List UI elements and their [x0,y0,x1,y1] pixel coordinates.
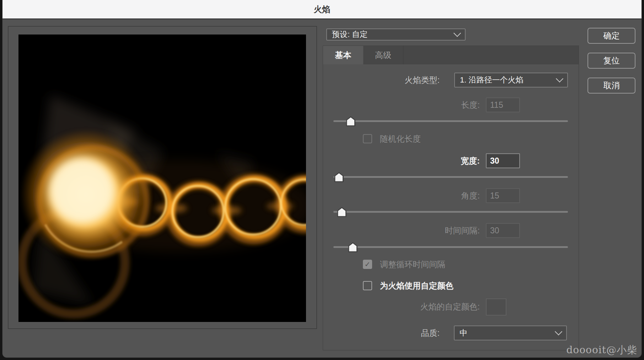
check-icon: ✓ [365,260,371,269]
reset-button[interactable]: 复位 [587,53,635,69]
use-custom-color-label: 为火焰使用自定颜色 [380,281,454,291]
angle-slider[interactable] [333,207,568,217]
slider-track [333,211,568,213]
randomize-length-label: 随机化长度 [380,134,421,144]
flame-preview-canvas [18,35,306,322]
slider-thumb[interactable] [334,172,344,182]
length-slider[interactable] [333,116,568,127]
width-input[interactable] [486,153,520,168]
flame-custom-color-label: 火焰的自定颜色: [372,302,480,312]
flame-type-label: 火焰类型: [351,75,440,85]
interval-slider[interactable] [333,242,568,253]
slider-track [333,246,568,248]
interval-label: 时间间隔: [390,226,480,235]
slider-track [333,176,568,178]
quality-value: 中 [460,328,467,338]
width-slider[interactable] [333,172,568,182]
watermark: dooooit@小柴 [566,343,637,357]
ok-button[interactable]: 确定 [587,28,635,44]
length-input[interactable] [486,97,520,112]
preset-select-value: 预设: 自定 [332,29,367,40]
quality-label: 品质: [369,328,440,338]
chevron-down-icon [556,75,563,82]
flame-preview-graphic [18,35,306,322]
interval-input[interactable] [486,223,520,238]
length-label: 长度: [408,100,480,110]
width-label: 宽度: [408,156,480,166]
flame-type-select[interactable]: 1. 沿路径一个火焰 [454,73,568,88]
adjust-interval-label: 调整循环时间间隔 [380,259,445,269]
preset-select[interactable]: 预设: 自定 [326,28,466,41]
flame-dialog-window: 火焰 [2,0,642,358]
cancel-button[interactable]: 取消 [587,78,635,94]
slider-thumb[interactable] [348,242,358,252]
chevron-down-icon [555,328,562,335]
title-bar: 火焰 [2,0,642,19]
slider-track [333,120,568,122]
angle-label: 角度: [408,191,480,201]
use-custom-color-checkbox[interactable] [363,281,372,290]
chevron-down-icon [454,29,461,37]
flame-type-value: 1. 沿路径一个火焰 [460,75,523,85]
adjust-interval-checkbox[interactable]: ✓ [363,260,372,269]
dialog-title: 火焰 [314,4,330,15]
flame-color-swatch[interactable] [486,298,506,316]
randomize-length-checkbox[interactable] [363,134,372,143]
slider-thumb[interactable] [346,116,355,126]
angle-input[interactable] [486,188,520,203]
quality-select[interactable]: 中 [454,325,567,340]
slider-thumb[interactable] [337,207,347,217]
